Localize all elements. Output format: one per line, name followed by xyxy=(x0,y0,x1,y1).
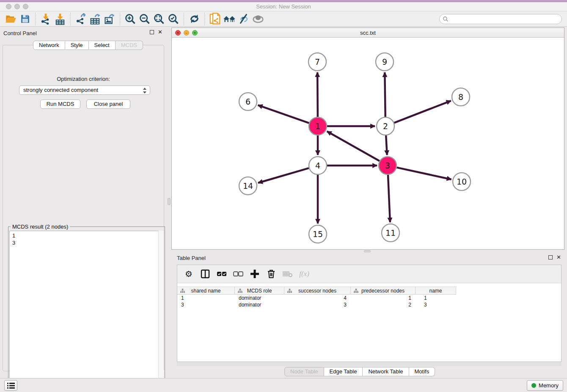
graph-node-label-10: 10 xyxy=(457,177,467,186)
column-header-successor-nodes[interactable]: successor nodes xyxy=(284,287,351,294)
graph-node-label-2: 2 xyxy=(383,121,388,131)
graph-edge-2-3[interactable] xyxy=(386,135,387,155)
graph-edge-1-6[interactable] xyxy=(258,105,309,123)
graph-node-label-11: 11 xyxy=(385,228,396,237)
deselect-all-columns-icon[interactable] xyxy=(232,268,245,280)
table-row-1[interactable]: 3dominator323 xyxy=(177,301,456,308)
graph-edge-4-14[interactable] xyxy=(258,168,309,183)
table-row-0[interactable]: 1dominator411 xyxy=(177,295,456,301)
status-bar: Memory xyxy=(0,378,567,392)
network-frame-titlebar: ✕ – + scc.txt xyxy=(172,28,564,38)
toolbar-separator xyxy=(204,13,205,25)
delete-table-icon xyxy=(281,268,294,280)
node-table-container: ⚙ f(x) shared nameMCDS rolesuccessor nod… xyxy=(177,265,561,362)
mcds-result-text[interactable]: 1 3 xyxy=(9,231,164,386)
column-header-predecessor-nodes[interactable]: predecessor nodes xyxy=(351,287,416,294)
tab-style[interactable]: Style xyxy=(65,41,89,50)
tab-network-table[interactable]: Network Table xyxy=(363,367,409,376)
toolbar-separator xyxy=(120,13,120,25)
graph-edge-3-10[interactable] xyxy=(396,168,451,179)
column-header-MCDS-role[interactable]: MCDS role xyxy=(235,287,284,294)
import-network-icon[interactable] xyxy=(39,13,53,25)
table-settings-icon[interactable]: ⚙ xyxy=(182,268,195,280)
table-cell[interactable]: 1 xyxy=(416,295,456,301)
close-panel-icon[interactable]: ✕ xyxy=(158,30,162,34)
table-cell[interactable]: 1 xyxy=(351,295,416,301)
graph-node-label-6: 6 xyxy=(245,97,250,106)
tab-select[interactable]: Select xyxy=(89,41,116,50)
optimization-criterion-select[interactable]: strongly connected component xyxy=(19,86,150,95)
toolbar-separator xyxy=(35,13,36,25)
tab-edge-table[interactable]: Edge Table xyxy=(324,367,363,376)
hide-graphics-details-icon[interactable] xyxy=(237,13,251,25)
column-header-shared-name[interactable]: shared name xyxy=(177,287,235,294)
graph-edge-2-8[interactable] xyxy=(394,101,451,123)
table-cell[interactable]: 4 xyxy=(284,295,351,301)
search-icon xyxy=(443,16,449,24)
export-image-icon[interactable] xyxy=(102,13,117,25)
task-history-button[interactable] xyxy=(4,380,17,391)
float-panel-icon[interactable] xyxy=(548,255,553,259)
table-cell[interactable]: 3 xyxy=(177,301,235,308)
export-network-icon[interactable] xyxy=(74,13,88,25)
control-panel-title: Control Panel xyxy=(3,30,37,36)
control-panel: Control Panel ✕ NetworkStyleSelectMCDS O… xyxy=(0,28,167,375)
birds-eye-view-icon[interactable] xyxy=(251,13,265,25)
toggle-panel-split-icon[interactable] xyxy=(199,268,212,280)
tab-network[interactable]: Network xyxy=(33,41,65,50)
search-input[interactable] xyxy=(439,14,562,24)
vertical-splitter[interactable] xyxy=(167,28,171,375)
tab-motifs[interactable]: Motifs xyxy=(409,367,435,376)
graph-edge-1-7[interactable] xyxy=(317,72,318,117)
graph-edge-2-9[interactable] xyxy=(385,72,385,117)
optimization-criterion-label: Optimization criterion: xyxy=(3,76,164,82)
mcds-tab-content: Optimization criterion: strongly connect… xyxy=(3,45,164,371)
table-cell[interactable]: 3 xyxy=(284,301,351,308)
import-table-icon[interactable] xyxy=(53,13,67,25)
export-table-icon[interactable] xyxy=(88,13,102,25)
delete-column-icon[interactable] xyxy=(265,268,278,280)
select-all-columns-icon[interactable] xyxy=(215,268,228,280)
table-cell[interactable]: dominator xyxy=(235,295,284,301)
zoom-selected-icon[interactable] xyxy=(166,13,181,25)
window-title: Session: New Session xyxy=(0,3,567,10)
network-view-frame: ✕ – + scc.txt 7968124314101511 xyxy=(171,28,564,250)
tab-mcds[interactable]: MCDS xyxy=(116,41,143,50)
main-toolbar xyxy=(0,11,567,27)
zoom-in-icon[interactable] xyxy=(123,13,138,25)
table-hscrollbar[interactable] xyxy=(177,362,561,366)
run-mcds-button[interactable]: Run MCDS xyxy=(40,99,80,109)
table-panel: Table Panel ✕ ⚙ f(x) shared nameMCDS rol… xyxy=(171,253,567,375)
apply-layout-icon[interactable] xyxy=(187,13,201,25)
mcds-result-title: MCDS result (2 nodes) xyxy=(11,224,70,230)
toolbar-separator xyxy=(70,13,71,25)
splitter-grip[interactable] xyxy=(168,198,171,205)
zoom-out-icon[interactable] xyxy=(138,13,152,25)
graph-edge-3-1[interactable] xyxy=(327,131,380,161)
table-cell[interactable]: dominator xyxy=(235,301,284,308)
float-panel-icon[interactable] xyxy=(150,30,154,34)
show-all-networks-icon[interactable] xyxy=(222,13,237,25)
result-scrollbar[interactable] xyxy=(158,231,164,386)
close-panel-button[interactable]: Close panel xyxy=(86,99,130,109)
table-cell[interactable]: 3 xyxy=(416,301,456,308)
control-panel-tabs: NetworkStyleSelectMCDS xyxy=(33,41,143,50)
horizontal-splitter[interactable] xyxy=(171,250,567,253)
zoom-fit-icon[interactable] xyxy=(152,13,166,25)
add-column-icon[interactable] xyxy=(248,268,261,280)
apply-function-icon: f(x) xyxy=(298,268,311,280)
open-session-icon[interactable] xyxy=(3,13,18,25)
column-header-name[interactable]: name xyxy=(416,287,456,294)
graph-edge-3-11[interactable] xyxy=(388,175,390,222)
save-session-icon[interactable] xyxy=(18,13,32,25)
mcds-result-group: MCDS result (2 nodes) 1 3 xyxy=(8,226,165,387)
table-cell[interactable]: 2 xyxy=(351,301,416,308)
table-toolbar: ⚙ f(x) xyxy=(177,265,561,283)
tab-node-table[interactable]: Node Table xyxy=(284,367,324,376)
table-cell[interactable]: 1 xyxy=(177,295,235,301)
network-canvas[interactable]: 7968124314101511 xyxy=(172,38,564,249)
network-from-file-icon[interactable] xyxy=(208,13,222,25)
splitter-grip[interactable] xyxy=(364,250,371,252)
memory-button[interactable]: Memory xyxy=(527,380,563,391)
close-panel-icon[interactable]: ✕ xyxy=(556,255,561,259)
